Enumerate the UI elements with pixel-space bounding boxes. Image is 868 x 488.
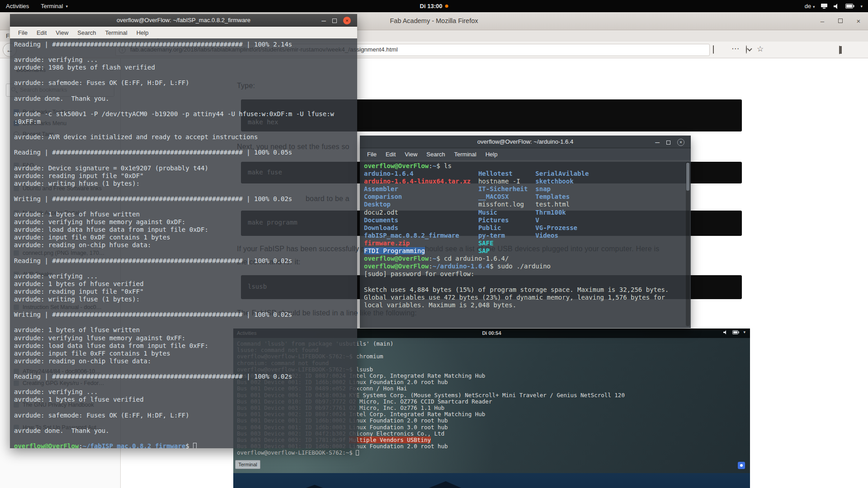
terminal-text-segment: $ cd arduino-1.6.4/	[436, 255, 509, 262]
menu-file[interactable]: File	[363, 151, 381, 158]
terminal-text-segment	[14, 435, 18, 442]
terminal-line: avrdude: load data hfuse data from input…	[14, 226, 353, 234]
screenshot-app-icon	[738, 462, 745, 469]
chevron-down-icon: ▾	[860, 4, 863, 9]
terminal-text-segment	[520, 178, 536, 185]
terminal1-window-controls: – ×	[321, 16, 351, 25]
terminal-text-segment	[14, 188, 18, 195]
terminal2-scrollbar[interactable]	[686, 162, 690, 326]
maximize-button[interactable]	[835, 16, 845, 26]
terminal-text-segment: avrdude: writing hfuse (1 bytes):	[14, 180, 140, 187]
terminal-line: avrdude -c stk500v1 -P /dev/ttyACM0 -b19…	[14, 110, 353, 118]
menu-file[interactable]: File	[14, 29, 32, 36]
terminal-line: avrdude: verifying lfuse memory against …	[14, 334, 353, 342]
reader-mode-icon[interactable]	[713, 46, 714, 54]
terminal-text-segment	[398, 209, 478, 216]
terminal-text-segment: overflow@overflow-LIFEBOOK-S762:~$	[237, 449, 356, 456]
gnome-topbar: Activities Terminal ▾ Di 13:00 de ▾ ▾	[0, 0, 868, 12]
terminal-line: avrdude: reading on-chip hfuse data:	[14, 241, 353, 249]
display-icon	[821, 3, 828, 9]
terminal-line: avrdude: writing hfuse (1 bytes):	[14, 180, 353, 188]
terminal2-output[interactable]: overflow@OverFlow:~$ lsarduino-1.6.4 Hel…	[360, 160, 691, 328]
maximize-button[interactable]	[666, 138, 670, 146]
terminal-window-arduino: overflow@OverFlow: ~/arduino-1.6.4 – × F…	[360, 136, 691, 328]
terminal-line	[14, 203, 353, 211]
menu-help[interactable]: Help	[132, 29, 153, 36]
menu-help[interactable]: Help	[481, 151, 502, 158]
terminal1-titlebar[interactable]: overflow@OverFlow: ~/fabISP_mac.0.8.2_fi…	[10, 14, 357, 27]
battery-icon	[845, 4, 854, 9]
terminal-line: Reading | ##############################…	[14, 257, 353, 265]
terminal-text-segment	[398, 216, 478, 224]
keyboard-layout-indicator[interactable]: de ▾	[805, 3, 815, 9]
menu-view[interactable]: View	[400, 151, 422, 158]
terminal-text-segment	[402, 193, 478, 200]
page-actions-icon[interactable]: ⋯	[731, 44, 739, 53]
terminal-text-segment	[14, 404, 18, 411]
terminal-line	[14, 265, 353, 272]
terminal-line: Desktop missfont.log test.html	[364, 201, 687, 208]
terminal-text-segment: avrdude: 1 bytes of hfuse written	[14, 211, 140, 218]
terminal-text-segment: SerialAvilable	[535, 170, 589, 177]
terminal-text-segment	[471, 178, 478, 185]
terminal-text-segment: Reading | ##############################…	[14, 41, 292, 48]
activities-button[interactable]: Activities	[0, 0, 35, 12]
sidebar-toggle-icon[interactable]	[839, 46, 840, 54]
terminal-text-segment: [sudo] password for overflow:	[364, 270, 474, 277]
terminal-line: Writing | ##############################…	[14, 311, 353, 319]
pocket-icon[interactable]	[746, 46, 747, 54]
terminal-line: overflow@OverFlow:~/arduino-1.6.4$ sudo …	[364, 263, 687, 270]
scrollbar-thumb[interactable]	[686, 163, 689, 191]
menu-edit[interactable]: Edit	[32, 29, 51, 36]
terminal-line	[14, 71, 353, 79]
terminal-line: Writing | ##############################…	[14, 195, 353, 203]
menu-terminal[interactable]: Terminal	[450, 151, 481, 158]
terminal-text-segment: snap	[535, 185, 551, 192]
terminal-text-segment: avrdude: safemode: Fuses OK (E:FF, H:DF,…	[14, 412, 189, 419]
terminal-text-segment	[509, 193, 535, 200]
clock-button[interactable]: Di 13:00	[420, 0, 448, 12]
notification-dot	[445, 5, 448, 8]
minimize-button[interactable]: –	[817, 16, 827, 26]
terminal-text-segment: :	[429, 255, 432, 262]
maximize-button[interactable]	[332, 16, 337, 25]
terminal-text-segment	[505, 232, 535, 239]
terminal-text-segment	[501, 224, 535, 231]
terminal-line	[14, 303, 353, 311]
app-menu[interactable]: Terminal ▾	[35, 0, 74, 12]
terminal-line: overflow@overflow-LIFEBOOK-S762:~$	[237, 450, 625, 456]
bookmark-star-icon[interactable]: ☆	[757, 44, 764, 54]
terminal2-menubar: File Edit View Search Terminal Help	[360, 148, 691, 160]
terminal-text-segment: Reading | ##############################…	[14, 257, 292, 264]
terminal2-titlebar[interactable]: overflow@OverFlow: ~/arduino-1.6.4 – ×	[360, 136, 691, 148]
terminal-text-segment	[398, 224, 478, 231]
terminal-text-segment: ~/fabISP_mac.0.8.2_firmware	[83, 442, 186, 448]
maximize-icon	[332, 19, 337, 23]
terminal-text-segment	[14, 203, 18, 210]
terminal-text-segment: avrdude: 1 bytes of lfuse verified	[14, 396, 144, 403]
terminal-line: avrdude: AVR device initialized and read…	[14, 133, 353, 141]
minimize-button[interactable]: –	[321, 16, 326, 25]
clock-label: Di 13:00	[420, 3, 443, 9]
terminal-text-segment: arduino-1.6.4-linux64.tar.xz	[364, 178, 471, 185]
minimize-button[interactable]: –	[655, 138, 660, 146]
terminal-line: avrdude: 1 bytes of hfuse verified	[14, 280, 353, 288]
terminal-line: avrdude: input file 0xDF contains 1 byte…	[14, 234, 353, 241]
menu-view[interactable]: View	[51, 29, 73, 36]
terminal1-output[interactable]: Reading | ##############################…	[10, 38, 357, 448]
terminal-text-segment	[193, 443, 197, 448]
menu-search[interactable]: Search	[422, 151, 449, 158]
terminal-text-segment: Downloads	[364, 224, 398, 231]
close-button[interactable]: ×	[343, 17, 351, 24]
close-button[interactable]: ×	[677, 139, 684, 146]
menu-edit[interactable]: Edit	[381, 151, 400, 158]
terminal-text-segment: avrdude: reading input file "0xDF"	[14, 172, 144, 179]
menu-search[interactable]: Search	[73, 29, 100, 36]
menu-terminal[interactable]: Terminal	[101, 29, 132, 36]
system-status-area[interactable]: de ▾ ▾	[805, 0, 866, 12]
terminal-text-segment	[14, 103, 18, 110]
terminal-text-segment	[414, 170, 478, 177]
close-button[interactable]: ×	[854, 16, 863, 26]
terminal-text-segment: avrdude done. Thank you.	[14, 427, 109, 434]
terminal-line: docu2.odt Music Thrm100k	[364, 209, 687, 216]
